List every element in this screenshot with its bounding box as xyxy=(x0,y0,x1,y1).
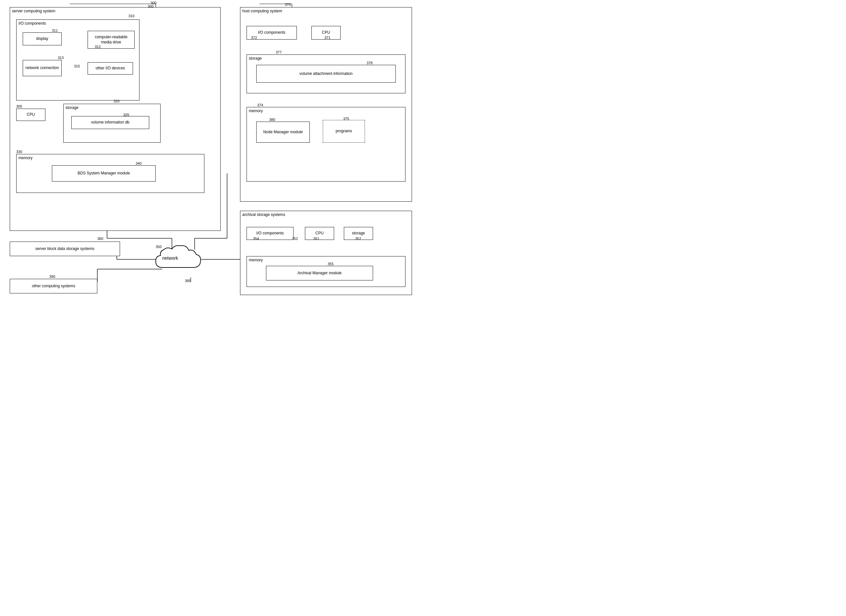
vol-attach-label: volume attachment information xyxy=(257,65,395,82)
storage-host-label: storage xyxy=(249,56,262,61)
ref-305: 305 xyxy=(16,104,22,108)
display-label: display xyxy=(23,33,61,45)
ref-371: 371 xyxy=(325,36,330,40)
ref-315: 315 xyxy=(74,64,80,68)
ref-378: 378 xyxy=(367,61,372,65)
ref-310: 310 xyxy=(128,14,134,18)
ref-360: 360 xyxy=(97,237,103,241)
other-io-box: other I/O devices xyxy=(88,62,133,75)
ref-377: 377 xyxy=(276,50,282,54)
ref-370: 370 xyxy=(285,3,291,6)
ref-311: 311 xyxy=(52,29,58,32)
ref-320: 320 xyxy=(113,99,119,103)
ref-350: 350 xyxy=(156,245,162,249)
network-connection-box: network connection xyxy=(23,60,62,76)
ref-352: 352 xyxy=(292,237,298,241)
ref-375: 375 xyxy=(343,117,349,120)
ref-312: 312 xyxy=(95,45,101,48)
memory-server-label: memory xyxy=(19,155,32,160)
server-computing-system-label: server computing system xyxy=(12,9,55,13)
network-label: network xyxy=(162,255,178,261)
ref-357: 357 xyxy=(355,237,361,241)
archival-cpu-label: CPU xyxy=(305,227,334,240)
archival-cpu-box: CPU xyxy=(305,227,334,240)
node-manager-label: Node Manager module xyxy=(257,122,310,142)
bds-manager-label: BDS System Manager module xyxy=(52,166,156,181)
vol-attach-box: volume attachment information xyxy=(256,65,396,83)
cpu-server-box: CPU xyxy=(16,109,46,121)
archival-manager-label: Archival Manager module xyxy=(266,266,373,280)
programs-label: programs xyxy=(323,120,364,142)
ref-300-label: 300 xyxy=(148,4,153,9)
node-manager-box: Node Manager module xyxy=(256,122,310,143)
server-block-data-label: server block data storage systems xyxy=(10,242,120,256)
other-computing-label: other computing systems xyxy=(10,279,97,293)
ref-340: 340 xyxy=(136,161,141,165)
network-connection-label: network connection xyxy=(23,60,61,76)
ref-354: 354 xyxy=(253,237,259,241)
ref-355: 355 xyxy=(328,262,333,266)
archival-manager-box: Archival Manager module xyxy=(266,266,373,280)
diagram: 300 server computing system 300 I/O comp… xyxy=(0,0,423,308)
server-block-data-box: server block data storage systems xyxy=(10,242,120,256)
bds-manager-box: BDS System Manager module xyxy=(52,165,156,182)
ref-390: 390 xyxy=(49,274,55,279)
ref-385: 385 xyxy=(185,279,191,283)
vol-info-db-label: volume information db xyxy=(72,116,149,129)
vol-info-db-box: volume information db xyxy=(71,116,149,129)
ref-380: 380 xyxy=(269,118,275,122)
ref-351: 351 xyxy=(313,237,319,241)
ref-330: 330 xyxy=(16,150,22,154)
archival-memory-label: memory xyxy=(249,258,263,262)
storage-server-label: storage xyxy=(66,106,78,110)
cpu-server-label: CPU xyxy=(16,109,45,120)
ref-313: 313 xyxy=(58,56,63,60)
ref-325: 325 xyxy=(123,113,129,117)
memory-host-label: memory xyxy=(249,109,263,113)
other-io-label: other I/O devices xyxy=(88,63,133,74)
other-computing-box: other computing systems xyxy=(10,279,97,293)
ref-374: 374 xyxy=(257,103,263,107)
archival-storage-label: archival storage systems xyxy=(242,213,285,217)
display-box: display xyxy=(23,32,62,45)
server-io-label: I/O components xyxy=(19,21,46,26)
ref-372: 372 xyxy=(251,36,257,40)
host-computing-label: host computing system xyxy=(242,9,282,13)
programs-box: programs xyxy=(323,120,365,143)
